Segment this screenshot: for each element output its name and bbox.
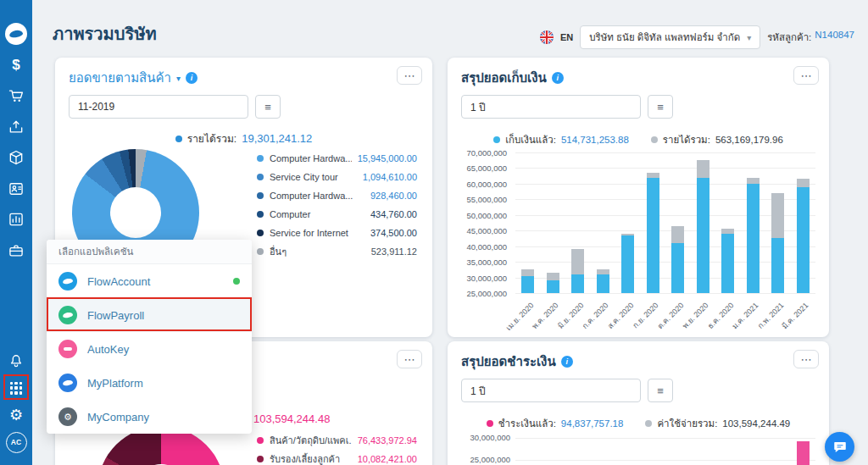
legend-item: อื่นๆ 523,911.12 [257, 244, 417, 258]
legend-value: 1,094,610.00 [363, 172, 417, 182]
y-axis-label: 45,000,000 [466, 226, 507, 235]
autokey-icon [58, 340, 77, 358]
app-menu-item-autokey[interactable]: AutoKey [47, 332, 252, 366]
period-filter-input[interactable]: 11-2019 [69, 95, 248, 119]
total-revenue-row: รายได้รวม: 19,301,241.12 [55, 130, 432, 147]
legend-dot [257, 211, 264, 218]
gridline [515, 262, 815, 263]
card-menu-button[interactable]: ⋯ [793, 66, 819, 85]
app-menu-item-label: MyCompany [87, 411, 149, 423]
legend-dot [257, 456, 264, 462]
filter-options-button[interactable]: ≡ [648, 95, 673, 119]
collection-bar-chart: 70,000,00065,000,00060,000,00055,000,000… [458, 149, 822, 331]
company-selector[interactable]: บริษัท ธนัย ดิจิทัล แพลทฟอร์ม จำกัด ▾ [580, 25, 760, 49]
card-menu-button[interactable]: ⋯ [397, 350, 422, 368]
bar-collected [571, 274, 584, 293]
reports-icon[interactable] [0, 208, 32, 231]
total-expense-value: 103,594,244.48 [253, 412, 330, 425]
language-flag-icon[interactable] [540, 30, 554, 44]
y-axis-label: 25,000,000 [470, 455, 510, 464]
legend-dot [493, 136, 500, 143]
app-menu-item-flowpayroll[interactable]: FlowPayroll [47, 298, 252, 332]
bar-collected [697, 178, 709, 293]
account-avatar[interactable]: AC [0, 430, 32, 454]
chat-launcher-button[interactable] [825, 432, 854, 462]
flowpayroll-icon [58, 306, 77, 324]
legend-value: 15,945,000.00 [358, 153, 417, 163]
card-menu-button[interactable]: ⋯ [793, 350, 819, 368]
bar-paid [797, 441, 810, 465]
myplatform-icon [58, 374, 77, 392]
card-title[interactable]: ยอดขายตามสินค้า [69, 68, 171, 88]
legend-item: Computer Hardwa... 928,460.00 [257, 188, 417, 202]
gear-icon[interactable]: ⚙ [0, 403, 32, 427]
legend-item: Service City tour 1,094,610.00 [257, 169, 417, 184]
collection-summary-card: สรุปยอดเก็บเงิน i ⋯ 1 ปี ≡ เก็บเงินแล้ว:… [448, 58, 829, 337]
bar-collected [671, 243, 684, 293]
y-axis-label: 55,000,000 [466, 195, 507, 204]
app-menu-item-label: FlowAccount [87, 275, 150, 288]
legend-value: 563,169,179.96 [715, 135, 783, 145]
legend-item: สินค้า/วัตถุดิบ/แพคเ... 76,433,972.94 [257, 433, 417, 447]
bell-icon[interactable] [0, 349, 32, 373]
legend-label: Computer [270, 209, 364, 219]
app-menu-item-flowaccount[interactable]: FlowAccount [47, 264, 252, 298]
legend-dot [257, 248, 264, 255]
tray-icon[interactable] [0, 115, 32, 139]
package-icon[interactable] [0, 146, 32, 169]
app-menu-item-myplatform[interactable]: MyPlatform [47, 366, 252, 400]
collection-legend: เก็บเงินแล้ว: 514,731,253.88 รายได้รวม: … [448, 132, 829, 147]
chat-bubble-icon [832, 440, 848, 455]
gridline [515, 460, 815, 461]
legend-label: รายได้รวม: [663, 132, 710, 147]
info-icon[interactable]: i [561, 356, 573, 368]
cart-icon[interactable] [0, 84, 32, 108]
legend-item: ค่าใช้จ่ายรวม: 103,594,244.49 [645, 416, 790, 431]
card-menu-button[interactable]: ⋯ [397, 66, 422, 85]
filter-options-button[interactable]: ≡ [648, 379, 673, 402]
company-name: บริษัท ธนัย ดิจิทัล แพลทฟอร์ม จำกัด [589, 30, 740, 45]
app-switcher-popup: เลือกแอปพลิเคชัน FlowAccount FlowPayroll… [47, 240, 252, 434]
language-label[interactable]: EN [560, 32, 573, 42]
legend-dot [257, 155, 264, 162]
legend-dot [645, 420, 652, 427]
filter-options-button[interactable]: ≡ [255, 95, 281, 119]
gridline [515, 184, 815, 185]
money-icon[interactable]: $ [0, 53, 32, 77]
card-title: สรุปยอดเก็บเงิน [461, 68, 547, 88]
info-icon[interactable]: i [552, 72, 564, 84]
sidebar: $ ⚙ AC [0, 0, 32, 465]
gridline [515, 246, 815, 247]
flowaccount-logo[interactable] [0, 22, 32, 46]
bar-collected [771, 238, 784, 293]
popup-title: เลือกแอปพลิเคชัน [47, 240, 252, 264]
period-filter-input[interactable]: 1 ปี [461, 379, 641, 402]
app-menu-item-mycompany[interactable]: ⚙ MyCompany [47, 400, 252, 434]
info-icon[interactable]: i [186, 72, 198, 84]
payment-summary-card: สรุปยอดชำระเงิน i ⋯ 1 ปี ≡ ชำระเงินแล้ว:… [448, 341, 829, 465]
expenses-legend: สินค้า/วัตถุดิบ/แพคเ... 76,433,972.94 รั… [257, 433, 417, 465]
legend-item: Service for Internet 374,500.00 [257, 225, 417, 240]
online-status-dot [233, 278, 240, 285]
legend-value: 434,760.00 [370, 209, 417, 219]
mycompany-icon: ⚙ [58, 407, 77, 426]
legend-value: 928,460.00 [370, 191, 417, 201]
y-axis-label: 35,000,000 [466, 257, 507, 267]
period-filter-input[interactable]: 1 ปี [461, 95, 641, 119]
donut-hole [110, 187, 161, 238]
legend-value: 76,433,972.94 [358, 435, 417, 446]
legend-dot [257, 437, 264, 444]
gridline [515, 215, 815, 216]
legend-item: เก็บเงินแล้ว: 514,731,253.88 [493, 132, 629, 147]
apps-grid-icon[interactable] [0, 376, 32, 400]
y-axis: 70,000,00065,000,00060,000,00055,000,000… [458, 152, 510, 293]
legend-label: Computer Hardwa... [270, 153, 352, 163]
payments-legend: ชำระเงินแล้ว: 94,837,757.18 ค่าใช้จ่ายรว… [448, 416, 829, 431]
bar-collected [721, 234, 734, 293]
chevron-down-icon[interactable]: ▾ [176, 74, 181, 83]
contacts-icon[interactable] [0, 177, 32, 201]
legend-label: Service for Internet [270, 228, 364, 238]
customer-code: รหัสลูกค้า: N140847 [767, 30, 854, 45]
legend-item: ชำระเงินแล้ว: 94,837,757.18 [487, 416, 624, 431]
briefcase-icon[interactable] [0, 239, 32, 263]
